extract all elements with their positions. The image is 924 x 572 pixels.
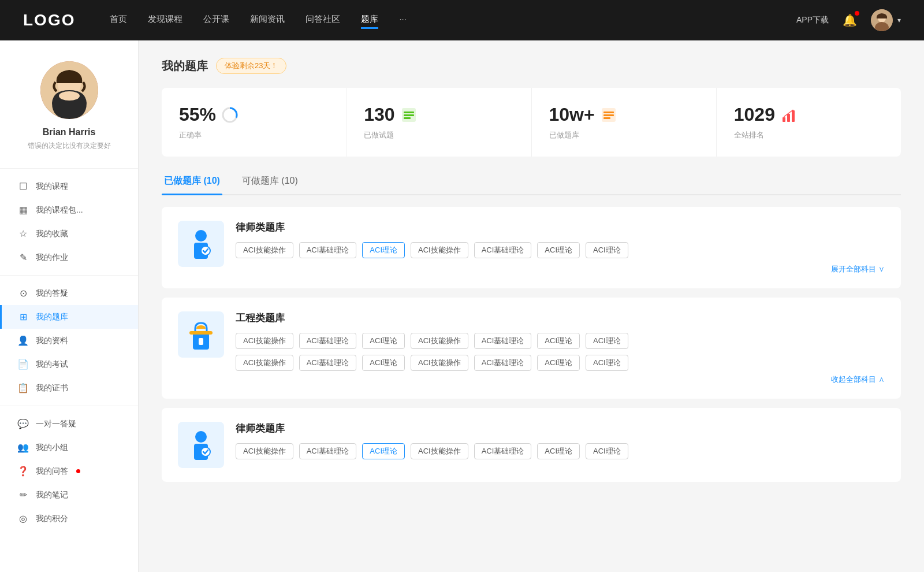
- sidebar-item-favorites[interactable]: ☆ 我的收藏: [0, 222, 138, 246]
- qbank-details-lawyer1: 律师类题库 ACI技能操作 ACI基础理论 ACI理论 ACI技能操作 ACI基…: [236, 221, 885, 274]
- profile-avatar-image: [40, 61, 98, 119]
- sidebar-item-my-courses[interactable]: ☐ 我的课程: [0, 174, 138, 198]
- tag-eng-16[interactable]: ACI理论: [586, 355, 628, 371]
- tag-eng-6[interactable]: ACI理论: [586, 333, 628, 349]
- qbank-name-lawyer1: 律师类题库: [236, 221, 885, 234]
- stat-done-questions: 130 已做试题: [346, 88, 531, 157]
- user-avatar-menu[interactable]: ▾: [871, 9, 901, 31]
- nav-home[interactable]: 首页: [110, 12, 127, 29]
- tag-lawyer1-1[interactable]: ACI基础理论: [299, 242, 357, 258]
- sidebar-item-group[interactable]: 👥 我的小组: [0, 436, 138, 459]
- tag-eng-15[interactable]: ACI理论: [537, 355, 580, 371]
- sidebar-item-notes[interactable]: ✏ 我的笔记: [0, 483, 138, 507]
- tag-lawyer1-3[interactable]: ACI技能操作: [411, 242, 468, 258]
- chevron-down-icon: ▾: [897, 16, 901, 24]
- svg-rect-19: [792, 110, 795, 122]
- stat-value-banks: 10w+: [549, 104, 595, 125]
- svg-rect-24: [189, 331, 213, 335]
- stat-rank: 1029 全站排名: [717, 88, 901, 157]
- package-icon: ▦: [17, 205, 29, 216]
- stats-row: 55% 正确率 130: [162, 88, 901, 157]
- table-green-icon: [401, 107, 417, 123]
- tab-done[interactable]: 已做题库 (10): [162, 170, 222, 194]
- tag-law2-1[interactable]: ACI基础理论: [299, 443, 357, 459]
- nav-qa[interactable]: 问答社区: [305, 12, 340, 29]
- tag-lawyer1-6[interactable]: ACI理论: [586, 242, 628, 258]
- stat-done-banks: 10w+ 已做题库: [532, 88, 717, 157]
- collapse-all-engineer[interactable]: 收起全部科目 ∧: [236, 374, 885, 385]
- qbank-name-lawyer2: 律师类题库: [236, 422, 885, 435]
- sidebar-item-my-qa[interactable]: ❓ 我的问答: [0, 459, 138, 483]
- svg-rect-10: [404, 112, 414, 113]
- stat-top-done: 130: [364, 104, 513, 125]
- lawyer-icon: [184, 226, 218, 261]
- tag-eng-11[interactable]: ACI基础理论: [299, 355, 357, 371]
- course-icon: ☐: [17, 181, 29, 192]
- sidebar-item-qa[interactable]: ⊙ 我的答疑: [0, 281, 138, 305]
- sidebar-item-1on1[interactable]: 💬 一对一答疑: [0, 412, 138, 436]
- nav-open-course[interactable]: 公开课: [203, 12, 229, 29]
- sidebar-item-qbank[interactable]: ⊞ 我的题库: [0, 305, 138, 329]
- tag-eng-2[interactable]: ACI理论: [362, 333, 405, 349]
- nav-more[interactable]: ···: [399, 12, 407, 29]
- qa-icon: ⊙: [17, 288, 29, 299]
- notes-icon: ✏: [17, 489, 29, 500]
- profile-section: Brian Harris 错误的决定比没有决定要好: [0, 40, 138, 162]
- expand-all-lawyer1[interactable]: 展开全部科目 ∨: [236, 264, 885, 274]
- engineer-icon: [184, 317, 218, 352]
- sidebar-item-exam[interactable]: 📄 我的考试: [0, 352, 138, 376]
- qbank-icon-lawyer2: [178, 422, 224, 468]
- avatar: [871, 9, 893, 31]
- nav-discover[interactable]: 发现课程: [148, 12, 182, 29]
- nav-news[interactable]: 新闻资讯: [250, 12, 285, 29]
- sidebar-item-points[interactable]: ◎ 我的积分: [0, 507, 138, 530]
- star-icon: ☆: [17, 228, 29, 239]
- stat-value-done: 130: [364, 104, 394, 125]
- tab-available[interactable]: 可做题库 (10): [240, 170, 300, 194]
- app-download-link[interactable]: APP下载: [796, 15, 829, 25]
- tag-eng-14[interactable]: ACI基础理论: [474, 355, 532, 371]
- sidebar-item-certificate[interactable]: 📋 我的证书: [0, 376, 138, 400]
- tag-lawyer1-4[interactable]: ACI基础理论: [474, 242, 532, 258]
- qbank-icon-lawyer1: [178, 221, 224, 267]
- stat-label-done: 已做试题: [364, 130, 513, 140]
- chart-red-icon: [781, 107, 797, 123]
- avatar-image: [871, 9, 893, 31]
- tag-eng-13[interactable]: ACI技能操作: [411, 355, 468, 371]
- table-orange-icon: [601, 107, 617, 123]
- tag-eng-5[interactable]: ACI理论: [537, 333, 580, 349]
- tag-lawyer1-5[interactable]: ACI理论: [537, 242, 580, 258]
- sidebar-item-profile[interactable]: 👤 我的资料: [0, 329, 138, 352]
- tag-lawyer1-0[interactable]: ACI技能操作: [236, 242, 293, 258]
- notification-bell[interactable]: 🔔: [843, 13, 857, 27]
- tags-row-lawyer2: ACI技能操作 ACI基础理论 ACI理论 ACI技能操作 ACI基础理论 AC…: [236, 443, 885, 459]
- tag-eng-3[interactable]: ACI技能操作: [411, 333, 468, 349]
- qbank-section-lawyer2: 律师类题库 ACI技能操作 ACI基础理论 ACI理论 ACI技能操作 ACI基…: [162, 408, 901, 482]
- myqa-icon: ❓: [17, 466, 29, 477]
- homework-icon: ✎: [17, 252, 29, 263]
- page-layout: Brian Harris 错误的决定比没有决定要好 ☐ 我的课程 ▦ 我的课程包…: [0, 40, 924, 572]
- tag-eng-1[interactable]: ACI基础理论: [299, 333, 357, 349]
- tag-law2-0[interactable]: ACI技能操作: [236, 443, 293, 459]
- svg-rect-11: [404, 114, 414, 116]
- tag-lawyer1-2[interactable]: ACI理论: [362, 242, 405, 258]
- svg-rect-15: [603, 114, 614, 116]
- sidebar-item-course-package[interactable]: ▦ 我的课程包...: [0, 198, 138, 222]
- tag-law2-6[interactable]: ACI理论: [586, 443, 628, 459]
- tag-law2-4[interactable]: ACI基础理论: [474, 443, 532, 459]
- tag-eng-12[interactable]: ACI理论: [362, 355, 405, 371]
- tag-law2-5[interactable]: ACI理论: [537, 443, 580, 459]
- tabs-row: 已做题库 (10) 可做题库 (10): [162, 170, 901, 195]
- nav-qbank[interactable]: 题库: [361, 12, 378, 29]
- svg-rect-16: [603, 117, 610, 119]
- sidebar-item-homework[interactable]: ✎ 我的作业: [0, 246, 138, 269]
- chat-icon: 💬: [17, 418, 29, 429]
- tags-row-lawyer1: ACI技能操作 ACI基础理论 ACI理论 ACI技能操作 ACI基础理论 AC…: [236, 242, 885, 258]
- tag-eng-10[interactable]: ACI技能操作: [236, 355, 293, 371]
- tag-law2-3[interactable]: ACI技能操作: [411, 443, 468, 459]
- page-header: 我的题库 体验剩余23天！: [162, 58, 901, 74]
- sidebar: Brian Harris 错误的决定比没有决定要好 ☐ 我的课程 ▦ 我的课程包…: [0, 40, 139, 572]
- tag-eng-4[interactable]: ACI基础理论: [474, 333, 532, 349]
- tag-law2-2[interactable]: ACI理论: [362, 443, 405, 459]
- tag-eng-0[interactable]: ACI技能操作: [236, 333, 293, 349]
